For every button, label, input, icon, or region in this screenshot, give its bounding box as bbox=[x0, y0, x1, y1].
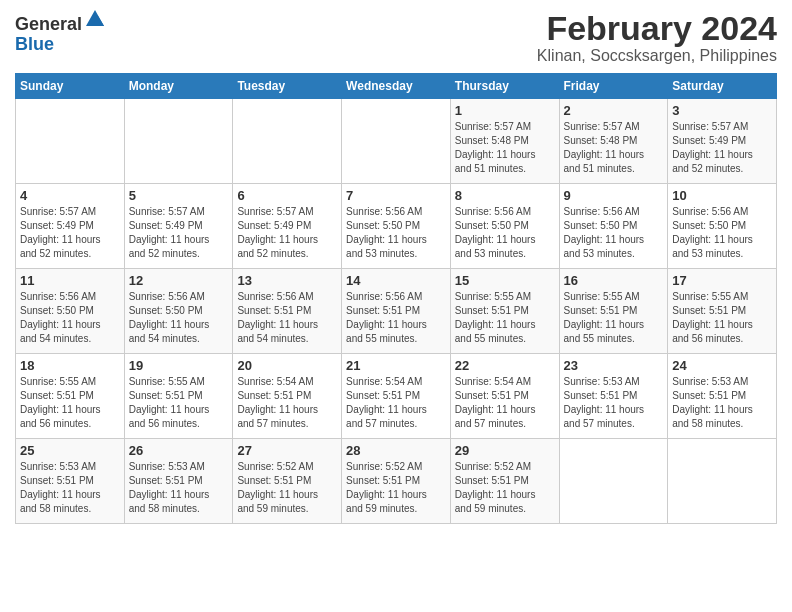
day-number: 2 bbox=[564, 103, 664, 118]
day-number: 16 bbox=[564, 273, 664, 288]
day-info: Sunrise: 5:52 AMSunset: 5:51 PMDaylight:… bbox=[346, 461, 427, 514]
month-title: February 2024 bbox=[537, 10, 777, 47]
day-number: 18 bbox=[20, 358, 120, 373]
day-info: Sunrise: 5:56 AMSunset: 5:50 PMDaylight:… bbox=[346, 206, 427, 259]
table-row: 21 Sunrise: 5:54 AMSunset: 5:51 PMDaylig… bbox=[342, 354, 451, 439]
table-row: 29 Sunrise: 5:52 AMSunset: 5:51 PMDaylig… bbox=[450, 439, 559, 524]
table-row: 12 Sunrise: 5:56 AMSunset: 5:50 PMDaylig… bbox=[124, 269, 233, 354]
day-info: Sunrise: 5:57 AMSunset: 5:48 PMDaylight:… bbox=[455, 121, 536, 174]
day-info: Sunrise: 5:52 AMSunset: 5:51 PMDaylight:… bbox=[237, 461, 318, 514]
day-info: Sunrise: 5:55 AMSunset: 5:51 PMDaylight:… bbox=[129, 376, 210, 429]
day-number: 19 bbox=[129, 358, 229, 373]
table-row bbox=[559, 439, 668, 524]
calendar-week-row: 18 Sunrise: 5:55 AMSunset: 5:51 PMDaylig… bbox=[16, 354, 777, 439]
day-info: Sunrise: 5:56 AMSunset: 5:50 PMDaylight:… bbox=[564, 206, 645, 259]
day-info: Sunrise: 5:56 AMSunset: 5:50 PMDaylight:… bbox=[672, 206, 753, 259]
day-info: Sunrise: 5:57 AMSunset: 5:49 PMDaylight:… bbox=[20, 206, 101, 259]
table-row: 2 Sunrise: 5:57 AMSunset: 5:48 PMDayligh… bbox=[559, 99, 668, 184]
day-number: 11 bbox=[20, 273, 120, 288]
logo-general: General bbox=[15, 14, 82, 34]
table-row: 25 Sunrise: 5:53 AMSunset: 5:51 PMDaylig… bbox=[16, 439, 125, 524]
day-number: 6 bbox=[237, 188, 337, 203]
logo-icon bbox=[84, 8, 106, 30]
table-row: 4 Sunrise: 5:57 AMSunset: 5:49 PMDayligh… bbox=[16, 184, 125, 269]
table-row: 16 Sunrise: 5:55 AMSunset: 5:51 PMDaylig… bbox=[559, 269, 668, 354]
day-info: Sunrise: 5:56 AMSunset: 5:50 PMDaylight:… bbox=[129, 291, 210, 344]
day-info: Sunrise: 5:55 AMSunset: 5:51 PMDaylight:… bbox=[455, 291, 536, 344]
day-number: 12 bbox=[129, 273, 229, 288]
day-info: Sunrise: 5:57 AMSunset: 5:49 PMDaylight:… bbox=[237, 206, 318, 259]
day-number: 3 bbox=[672, 103, 772, 118]
day-number: 1 bbox=[455, 103, 555, 118]
day-number: 22 bbox=[455, 358, 555, 373]
day-number: 23 bbox=[564, 358, 664, 373]
table-row bbox=[668, 439, 777, 524]
table-row: 26 Sunrise: 5:53 AMSunset: 5:51 PMDaylig… bbox=[124, 439, 233, 524]
day-info: Sunrise: 5:56 AMSunset: 5:51 PMDaylight:… bbox=[346, 291, 427, 344]
day-info: Sunrise: 5:56 AMSunset: 5:51 PMDaylight:… bbox=[237, 291, 318, 344]
table-row: 3 Sunrise: 5:57 AMSunset: 5:49 PMDayligh… bbox=[668, 99, 777, 184]
day-info: Sunrise: 5:57 AMSunset: 5:49 PMDaylight:… bbox=[129, 206, 210, 259]
day-number: 5 bbox=[129, 188, 229, 203]
day-info: Sunrise: 5:57 AMSunset: 5:49 PMDaylight:… bbox=[672, 121, 753, 174]
col-tuesday: Tuesday bbox=[233, 74, 342, 99]
day-info: Sunrise: 5:53 AMSunset: 5:51 PMDaylight:… bbox=[20, 461, 101, 514]
table-row: 19 Sunrise: 5:55 AMSunset: 5:51 PMDaylig… bbox=[124, 354, 233, 439]
day-info: Sunrise: 5:53 AMSunset: 5:51 PMDaylight:… bbox=[129, 461, 210, 514]
table-row: 5 Sunrise: 5:57 AMSunset: 5:49 PMDayligh… bbox=[124, 184, 233, 269]
table-row bbox=[124, 99, 233, 184]
day-info: Sunrise: 5:54 AMSunset: 5:51 PMDaylight:… bbox=[346, 376, 427, 429]
table-row: 27 Sunrise: 5:52 AMSunset: 5:51 PMDaylig… bbox=[233, 439, 342, 524]
col-monday: Monday bbox=[124, 74, 233, 99]
col-friday: Friday bbox=[559, 74, 668, 99]
day-info: Sunrise: 5:52 AMSunset: 5:51 PMDaylight:… bbox=[455, 461, 536, 514]
day-number: 28 bbox=[346, 443, 446, 458]
calendar-table: Sunday Monday Tuesday Wednesday Thursday… bbox=[15, 73, 777, 524]
table-row: 17 Sunrise: 5:55 AMSunset: 5:51 PMDaylig… bbox=[668, 269, 777, 354]
table-row: 14 Sunrise: 5:56 AMSunset: 5:51 PMDaylig… bbox=[342, 269, 451, 354]
day-number: 24 bbox=[672, 358, 772, 373]
day-info: Sunrise: 5:56 AMSunset: 5:50 PMDaylight:… bbox=[20, 291, 101, 344]
calendar-week-row: 4 Sunrise: 5:57 AMSunset: 5:49 PMDayligh… bbox=[16, 184, 777, 269]
table-row: 24 Sunrise: 5:53 AMSunset: 5:51 PMDaylig… bbox=[668, 354, 777, 439]
table-row: 8 Sunrise: 5:56 AMSunset: 5:50 PMDayligh… bbox=[450, 184, 559, 269]
day-info: Sunrise: 5:53 AMSunset: 5:51 PMDaylight:… bbox=[564, 376, 645, 429]
calendar-week-row: 1 Sunrise: 5:57 AMSunset: 5:48 PMDayligh… bbox=[16, 99, 777, 184]
table-row: 6 Sunrise: 5:57 AMSunset: 5:49 PMDayligh… bbox=[233, 184, 342, 269]
day-info: Sunrise: 5:55 AMSunset: 5:51 PMDaylight:… bbox=[564, 291, 645, 344]
table-row: 18 Sunrise: 5:55 AMSunset: 5:51 PMDaylig… bbox=[16, 354, 125, 439]
day-number: 27 bbox=[237, 443, 337, 458]
title-area: February 2024 Klinan, Soccsksargen, Phil… bbox=[537, 10, 777, 65]
table-row: 28 Sunrise: 5:52 AMSunset: 5:51 PMDaylig… bbox=[342, 439, 451, 524]
table-row: 9 Sunrise: 5:56 AMSunset: 5:50 PMDayligh… bbox=[559, 184, 668, 269]
calendar-week-row: 25 Sunrise: 5:53 AMSunset: 5:51 PMDaylig… bbox=[16, 439, 777, 524]
day-info: Sunrise: 5:55 AMSunset: 5:51 PMDaylight:… bbox=[20, 376, 101, 429]
day-number: 21 bbox=[346, 358, 446, 373]
table-row: 23 Sunrise: 5:53 AMSunset: 5:51 PMDaylig… bbox=[559, 354, 668, 439]
day-number: 29 bbox=[455, 443, 555, 458]
table-row bbox=[342, 99, 451, 184]
day-number: 13 bbox=[237, 273, 337, 288]
col-sunday: Sunday bbox=[16, 74, 125, 99]
col-thursday: Thursday bbox=[450, 74, 559, 99]
location-title: Klinan, Soccsksargen, Philippines bbox=[537, 47, 777, 65]
day-number: 17 bbox=[672, 273, 772, 288]
day-number: 9 bbox=[564, 188, 664, 203]
col-wednesday: Wednesday bbox=[342, 74, 451, 99]
col-saturday: Saturday bbox=[668, 74, 777, 99]
table-row: 22 Sunrise: 5:54 AMSunset: 5:51 PMDaylig… bbox=[450, 354, 559, 439]
day-info: Sunrise: 5:55 AMSunset: 5:51 PMDaylight:… bbox=[672, 291, 753, 344]
day-info: Sunrise: 5:54 AMSunset: 5:51 PMDaylight:… bbox=[237, 376, 318, 429]
logo-blue: Blue bbox=[15, 34, 54, 54]
day-number: 7 bbox=[346, 188, 446, 203]
table-row bbox=[16, 99, 125, 184]
table-row: 1 Sunrise: 5:57 AMSunset: 5:48 PMDayligh… bbox=[450, 99, 559, 184]
table-row bbox=[233, 99, 342, 184]
table-row: 15 Sunrise: 5:55 AMSunset: 5:51 PMDaylig… bbox=[450, 269, 559, 354]
day-number: 4 bbox=[20, 188, 120, 203]
calendar-week-row: 11 Sunrise: 5:56 AMSunset: 5:50 PMDaylig… bbox=[16, 269, 777, 354]
table-row: 7 Sunrise: 5:56 AMSunset: 5:50 PMDayligh… bbox=[342, 184, 451, 269]
logo: General Blue bbox=[15, 15, 106, 55]
day-number: 26 bbox=[129, 443, 229, 458]
table-row: 10 Sunrise: 5:56 AMSunset: 5:50 PMDaylig… bbox=[668, 184, 777, 269]
